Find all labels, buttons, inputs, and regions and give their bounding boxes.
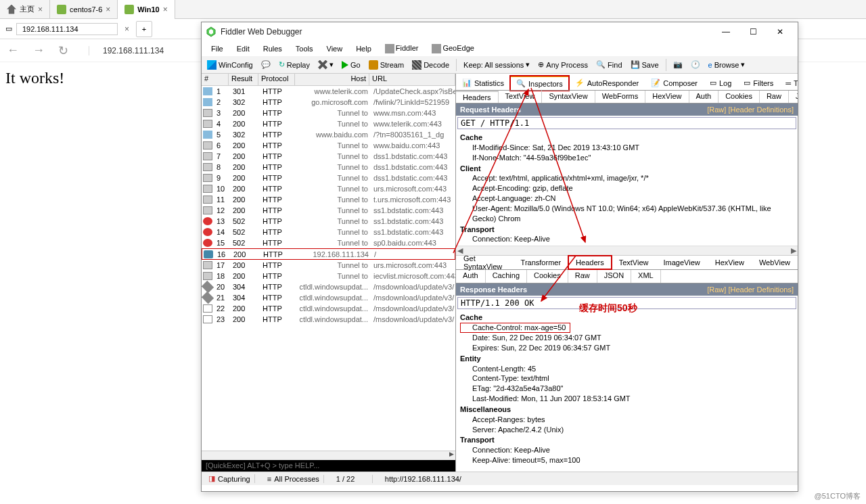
save-button[interactable]: 💾Save	[628, 59, 662, 70]
tab-autoresponder[interactable]: ⚡AutoResponder	[569, 76, 645, 90]
table-row[interactable]: 22200HTTPctldl.windowsupdat.../msdownloa…	[202, 303, 455, 314]
quickexec[interactable]: [QuickExec] ALT+Q > type HELP...	[202, 460, 455, 472]
rsub-xml[interactable]: XML	[631, 270, 661, 283]
col-url[interactable]: URL	[369, 74, 455, 85]
tab-inspectors[interactable]: 🔍Inspectors	[510, 76, 569, 91]
remove-button[interactable]: ▾	[315, 59, 336, 71]
capturing-status[interactable]: ◨Capturing	[204, 474, 255, 483]
menu-geoedge[interactable]: GeoEdge	[426, 43, 479, 55]
subtab-json[interactable]: JSON	[789, 91, 798, 103]
col-result[interactable]: Result	[229, 74, 258, 85]
winconfig-button[interactable]: WinConfig	[204, 59, 256, 71]
raw-link[interactable]: [Raw] [Header Definitions]	[707, 285, 794, 294]
menu-edit[interactable]: Edit	[231, 43, 255, 54]
menu-tools[interactable]: Tools	[290, 43, 319, 54]
table-row[interactable]: 12200HTTPTunnel toss1.bdstatic.com:443	[202, 205, 455, 216]
find-button[interactable]: 🔍Find	[593, 59, 624, 70]
address-bar[interactable]: 192.168.111.134	[89, 46, 170, 55]
addr-tab[interactable]: 192.168.111.134	[16, 23, 118, 35]
col-num[interactable]: #	[202, 74, 229, 85]
rsub-json[interactable]: JSON	[597, 270, 631, 283]
browser-tab-win10[interactable]: Win10 ×	[118, 0, 175, 19]
processes-status[interactable]: ≡All Processes	[263, 475, 324, 483]
table-row[interactable]: 5302HTTPwww.baidu.com/?tn=80035161_1_dg	[202, 129, 455, 140]
table-row[interactable]: 4200HTTPTunnel towww.telerik.com:443	[202, 118, 455, 129]
decode-button[interactable]: Decode	[409, 59, 452, 71]
table-row[interactable]: 11200HTTPTunnel tot.urs.microsoft.com:44…	[202, 194, 455, 205]
timer-button[interactable]: 🕐	[688, 59, 703, 70]
subtab-raw[interactable]: Raw	[760, 91, 789, 103]
table-row[interactable]: 23200HTTPctldl.windowsupdat.../msdownloa…	[202, 314, 455, 325]
minimize-button[interactable]: —	[712, 22, 739, 41]
replay-button[interactable]: ↻Replay	[276, 59, 313, 70]
session-list[interactable]: 1301HTTPwww.telerik.com/UpdateCheck.aspx…	[202, 86, 455, 451]
subtab-headers[interactable]: Headers	[456, 91, 499, 103]
table-row[interactable]: 8200HTTPTunnel todss1.bdstatic.com:443	[202, 162, 455, 173]
rsub-auth[interactable]: Auth	[456, 270, 486, 283]
subtab-hexview[interactable]: HexView	[645, 91, 689, 103]
subtab-webforms[interactable]: WebForms	[595, 91, 646, 103]
subtab-cookies[interactable]: Cookies	[719, 91, 760, 103]
menu-help[interactable]: Help	[350, 43, 377, 54]
rtab-imageview[interactable]: ImageView	[656, 256, 708, 269]
menu-file[interactable]: File	[206, 43, 229, 54]
screenshot-button[interactable]: 📷	[670, 59, 685, 70]
rtab-hexview[interactable]: HexView	[708, 256, 752, 269]
subtab-syntaxview[interactable]: SyntaxView	[542, 91, 595, 103]
menu-fiddler[interactable]: Fiddler	[380, 43, 424, 55]
maximize-button[interactable]: ☐	[739, 22, 767, 41]
table-row[interactable]: 9200HTTPTunnel todss1.bdstatic.com:443	[202, 173, 455, 183]
back-icon[interactable]: ←	[7, 43, 19, 58]
clear-icon[interactable]: ×	[124, 24, 129, 34]
table-row[interactable]: 13502HTTPTunnel toss1.bdstatic.com:443	[202, 216, 455, 227]
table-row[interactable]: 2302HTTPgo.microsoft.com/fwlink/?LinkId=…	[202, 97, 455, 108]
tab-timeline[interactable]: ═Timeline	[779, 76, 798, 90]
close-icon[interactable]: ×	[163, 5, 168, 14]
rsub-caching[interactable]: Caching	[486, 270, 527, 283]
subtab-textview[interactable]: TextView	[499, 91, 543, 103]
h-scrollbar[interactable]	[202, 451, 455, 460]
browser-tab-home[interactable]: 主页 ×	[0, 0, 50, 19]
tab-statistics[interactable]: 📊Statistics	[456, 76, 510, 90]
menu-rules[interactable]: Rules	[258, 43, 288, 54]
comment-button[interactable]: 💬	[258, 59, 273, 70]
table-row[interactable]: 14502HTTPTunnel toss1.bdstatic.com:443	[202, 227, 455, 237]
close-icon[interactable]: ×	[38, 5, 43, 14]
refresh-icon[interactable]: ↻	[58, 43, 68, 58]
table-row[interactable]: 3200HTTPTunnel towww.msn.com:443	[202, 108, 455, 118]
stream-button[interactable]: Stream	[366, 59, 407, 71]
rtab-textview[interactable]: TextView	[612, 256, 656, 269]
table-row[interactable]: 18200HTTPTunnel toiecvlist.microsoft.com…	[202, 271, 455, 281]
browser-tab-centos[interactable]: centos7-6 ×	[50, 0, 118, 19]
table-row[interactable]: 16200HTTP192.168.111.134/	[202, 248, 455, 260]
table-row[interactable]: 20304HTTPctldl.windowsupdat.../msdownloa…	[202, 281, 455, 292]
rsub-raw[interactable]: Raw	[568, 270, 597, 283]
table-row[interactable]: 7200HTTPTunnel todss1.bdstatic.com:443	[202, 151, 455, 162]
tab-composer[interactable]: 📝Composer	[645, 76, 704, 90]
keep-sessions-button[interactable]: Keep: All sessions ▾	[461, 59, 532, 70]
table-row[interactable]: 17200HTTPTunnel tours.microsoft.com:443	[202, 260, 455, 271]
table-row[interactable]: 10200HTTPTunnel tours.microsoft.com:443	[202, 183, 455, 194]
rtab-headers[interactable]: Headers	[568, 256, 612, 269]
rtab-webview[interactable]: WebView	[752, 256, 798, 269]
rsub-cookies[interactable]: Cookies	[527, 270, 568, 283]
menu-view[interactable]: View	[321, 43, 348, 54]
new-tab-button[interactable]: +	[136, 21, 152, 37]
tab-filters[interactable]: ▭Filters	[737, 76, 779, 90]
rtab-transformer[interactable]: Transformer	[514, 256, 569, 269]
close-button[interactable]: ✕	[767, 22, 794, 41]
table-row[interactable]: 1301HTTPwww.telerik.com/UpdateCheck.aspx…	[202, 86, 455, 97]
col-protocol[interactable]: Protocol	[258, 74, 295, 85]
table-row[interactable]: 15502HTTPTunnel tosp0.baidu.com:443	[202, 237, 455, 248]
browse-button[interactable]: eBrowse ▾	[706, 59, 748, 70]
forward-icon[interactable]: →	[32, 43, 45, 58]
raw-link[interactable]: [Raw] [Header Definitions]	[707, 106, 794, 114]
col-host[interactable]: Host	[295, 74, 369, 85]
any-process-button[interactable]: ⊕Any Process	[535, 59, 591, 70]
close-icon[interactable]: ×	[106, 5, 110, 14]
table-row[interactable]: 21304HTTPctldl.windowsupdat.../msdownloa…	[202, 292, 455, 303]
subtab-auth[interactable]: Auth	[689, 91, 719, 103]
go-button[interactable]: Go	[339, 60, 363, 70]
tab-log[interactable]: ▭Log	[704, 76, 737, 90]
table-row[interactable]: 6200HTTPTunnel towww.baidu.com:443	[202, 140, 455, 151]
